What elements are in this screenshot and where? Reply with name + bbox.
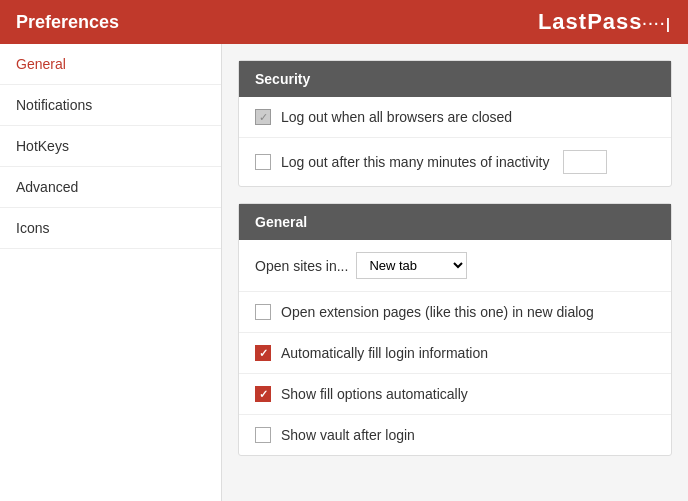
logout-inactivity-label: Log out after this many minutes of inact… [281,154,549,170]
general-section-body: Open sites in... New tab Current tab New… [239,240,671,455]
content-area: Security Log out when all browsers are c… [222,44,688,501]
sidebar-item-general[interactable]: General [0,44,221,85]
show-fill-options-checkbox[interactable] [255,386,271,402]
open-sites-select[interactable]: New tab Current tab New window [356,252,467,279]
security-section: Security Log out when all browsers are c… [238,60,672,187]
sidebar: GeneralNotificationsHotKeysAdvancedIcons [0,44,222,501]
logout-inactivity-row: Log out after this many minutes of inact… [239,138,671,186]
security-section-body: Log out when all browsers are closed Log… [239,97,671,186]
sidebar-item-icons[interactable]: Icons [0,208,221,249]
page-title: Preferences [16,12,119,33]
general-section-header: General [239,204,671,240]
app-logo: LastPass····| [538,9,672,35]
main-layout: GeneralNotificationsHotKeysAdvancedIcons… [0,44,688,501]
app-header: Preferences LastPass····| [0,0,688,44]
general-section: General Open sites in... New tab Current… [238,203,672,456]
show-vault-login-checkbox[interactable] [255,427,271,443]
open-extension-pages-label: Open extension pages (like this one) in … [281,304,594,320]
open-sites-label: Open sites in... [255,258,348,274]
sidebar-item-advanced[interactable]: Advanced [0,167,221,208]
logout-browsers-label: Log out when all browsers are closed [281,109,512,125]
show-vault-login-label: Show vault after login [281,427,415,443]
logout-browsers-checkbox[interactable] [255,109,271,125]
sidebar-item-notifications[interactable]: Notifications [0,85,221,126]
logout-browsers-row: Log out when all browsers are closed [239,97,671,138]
show-fill-options-label: Show fill options automatically [281,386,468,402]
logout-inactivity-checkbox[interactable] [255,154,271,170]
open-extension-pages-row: Open extension pages (like this one) in … [239,292,671,333]
auto-fill-login-row: Automatically fill login information [239,333,671,374]
auto-fill-login-checkbox[interactable] [255,345,271,361]
open-sites-row: Open sites in... New tab Current tab New… [239,240,671,292]
show-fill-options-row: Show fill options automatically [239,374,671,415]
auto-fill-login-label: Automatically fill login information [281,345,488,361]
inactivity-minutes-input[interactable] [563,150,607,174]
show-vault-login-row: Show vault after login [239,415,671,455]
security-section-header: Security [239,61,671,97]
sidebar-item-hotkeys[interactable]: HotKeys [0,126,221,167]
open-extension-pages-checkbox[interactable] [255,304,271,320]
